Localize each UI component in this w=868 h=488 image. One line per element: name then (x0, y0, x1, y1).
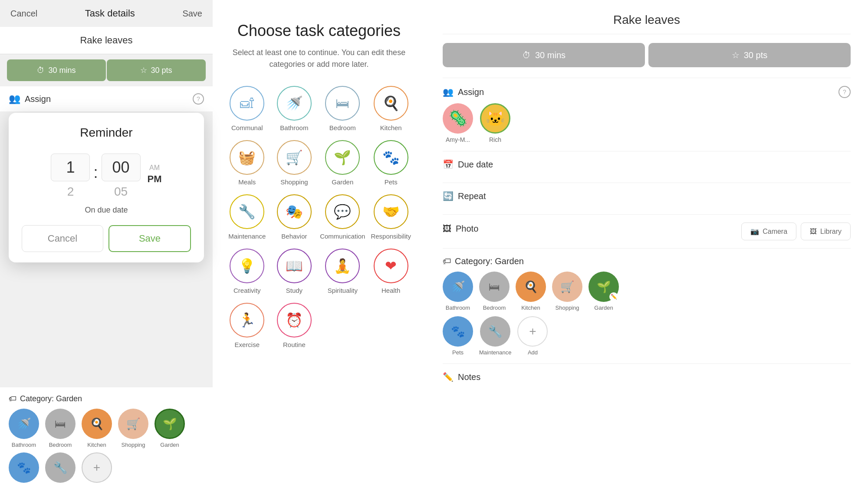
hour-current[interactable]: 1 (51, 154, 90, 181)
cat-garden[interactable]: 🌱 Garden (155, 409, 185, 448)
category-maintenance[interactable]: 🔧 Maintenance (226, 194, 269, 240)
right-time-button[interactable]: ⏱ 30 mins (443, 43, 645, 67)
cat-kitchen[interactable]: 🍳 Kitchen (82, 409, 112, 448)
right-bedroom-icon: 🛏 (479, 272, 510, 302)
category-spirituality[interactable]: 🧘 Spirituality (320, 249, 365, 294)
category-creativity[interactable]: 💡 Creativity (226, 249, 269, 294)
right-cat-pets[interactable]: 🐾 Pets (443, 316, 473, 356)
shopping-circle: 🛒 (277, 140, 312, 175)
cancel-button[interactable]: Cancel (10, 9, 37, 19)
category-behavior[interactable]: 🎭 Behavior (273, 194, 316, 240)
time-button[interactable]: ⏱ 30 mins (7, 59, 106, 81)
kitchen-circle: 🍳 (374, 86, 408, 121)
avatar-rich[interactable]: 🐱 Rich (480, 103, 510, 143)
category-communication[interactable]: 💬 Communication (320, 194, 365, 240)
tag-icon: 🏷 (443, 256, 451, 266)
reminder-cancel-button[interactable]: Cancel (22, 225, 103, 252)
category-kitchen[interactable]: 🍳 Kitchen (369, 86, 412, 131)
cat-pets[interactable]: 🐾 (9, 452, 39, 483)
assign-section: 👥 Assign ? 🦠 Amy-M... 🐱 Rich (443, 78, 851, 151)
avatars-row: 🦠 Amy-M... 🐱 Rich (443, 103, 851, 143)
camera-button[interactable]: 📷 Camera (741, 223, 796, 240)
right-cat-kitchen[interactable]: 🍳 Kitchen (516, 272, 546, 311)
pencil-icon: ✏️ (443, 372, 454, 382)
category-meals[interactable]: 🧺 Meals (226, 140, 269, 186)
category-row: 🏷 Category: Garden 🚿 Bathroom 🛏 Bedroom … (0, 387, 213, 488)
right-cat-bathroom[interactable]: 🚿 Bathroom (443, 272, 473, 311)
avatar-amy[interactable]: 🦠 Amy-M... (443, 103, 473, 143)
on-due-date-label: On due date (22, 206, 191, 215)
amy-name: Amy-M... (446, 136, 470, 143)
minute-current[interactable]: 00 (102, 154, 141, 181)
clock-icon: ⏱ (522, 50, 531, 60)
assign-label: Assign (25, 94, 51, 104)
notes-label: Notes (458, 372, 480, 382)
right-cat-shopping[interactable]: 🛒 Shopping (552, 272, 582, 311)
assign-section-icon: 👥 (443, 87, 454, 97)
right-cat-garden-selected[interactable]: 🌱 ✏️ Garden (589, 272, 619, 311)
save-button[interactable]: Save (182, 9, 202, 19)
edit-badge: ✏️ (609, 292, 618, 301)
right-cat-maintenance[interactable]: 🔧 Maintenance (479, 316, 511, 356)
category-pets[interactable]: 🐾 Pets (369, 140, 412, 186)
category-health[interactable]: ❤ Health (369, 249, 412, 294)
right-pts-button[interactable]: ☆ 30 pts (648, 43, 851, 67)
help-icon[interactable]: ? (193, 93, 204, 105)
right-cat-add[interactable]: + Add (517, 316, 548, 356)
time-picker: 1 2 : 00 05 AM PM (22, 150, 191, 199)
due-date-label[interactable]: 📅 Due date (443, 159, 851, 170)
garden-icon: 🌱 (155, 409, 185, 439)
category-icons: 🚿 Bathroom 🛏 Bedroom 🍳 Kitchen 🛒 Shoppin… (9, 409, 204, 448)
category-communal[interactable]: 🛋 Communal (226, 86, 269, 131)
category-routine[interactable]: ⏰ Routine (273, 303, 316, 348)
category-label: 🏷 Category: Garden (9, 394, 204, 403)
category-responsibility[interactable]: 🤝 Responsibility (369, 194, 412, 240)
right-cat-bedroom[interactable]: 🛏 Bedroom (479, 272, 510, 311)
cat-shopping[interactable]: 🛒 Shopping (118, 409, 148, 448)
right-add-icon: + (517, 316, 548, 347)
category-bathroom[interactable]: 🚿 Bathroom (273, 86, 316, 131)
pets-icon: 🐾 (9, 452, 39, 483)
assign-help-button[interactable]: ? (838, 86, 851, 98)
communication-circle: 💬 (325, 194, 360, 229)
maintenance-icon: 🔧 (45, 452, 76, 483)
choose-description: Select at least one to continue. You can… (226, 47, 412, 70)
cat-bedroom[interactable]: 🛏 Bedroom (45, 409, 76, 448)
category-shopping[interactable]: 🛒 Shopping (273, 140, 316, 186)
category-study[interactable]: 📖 Study (273, 249, 316, 294)
right-kitchen-icon: 🍳 (516, 272, 546, 302)
am-option[interactable]: AM (149, 164, 160, 172)
creativity-circle: 💡 (230, 249, 264, 283)
rich-avatar: 🐱 (480, 103, 510, 134)
repeat-label[interactable]: 🔄 Repeat (443, 191, 851, 201)
cat-maintenance[interactable]: 🔧 (45, 452, 76, 483)
category-garden[interactable]: 🌱 Garden (320, 140, 365, 186)
behavior-circle: 🎭 (277, 194, 312, 229)
library-icon: 🖼 (810, 228, 817, 236)
reminder-modal: Reminder 1 2 : 00 05 AM PM On due date C… (9, 113, 204, 262)
cat-bathroom[interactable]: 🚿 Bathroom (9, 409, 39, 448)
library-button[interactable]: 🖼 Library (801, 223, 851, 240)
reminder-save-button[interactable]: Save (108, 225, 191, 252)
garden-circle: 🌱 (325, 140, 360, 175)
calendar-icon: 📅 (443, 159, 454, 170)
pts-button[interactable]: ☆ 30 pts (107, 59, 206, 81)
bedroom-circle: 🛏 (325, 86, 360, 121)
category-icons-row2: 🐾 🔧 + (9, 452, 204, 483)
category-bedroom[interactable]: 🛏 Bedroom (320, 86, 365, 131)
time-label: 30 mins (48, 66, 76, 75)
right-maintenance-icon: 🔧 (480, 316, 510, 347)
bedroom-icon: 🛏 (45, 409, 76, 439)
camera-icon: 📷 (750, 227, 759, 236)
middle-panel: Choose task categories Select at least o… (213, 0, 425, 488)
right-cat-icons-row2: 🐾 Pets 🔧 Maintenance + Add (443, 316, 851, 356)
reminder-buttons: Cancel Save (22, 225, 191, 252)
left-header: Cancel Task details Save (0, 0, 213, 27)
cat-add[interactable]: + (82, 452, 112, 483)
photo-row: 🖼 Photo 📷 Camera 🖼 Library (443, 223, 851, 240)
pm-option[interactable]: PM (148, 174, 162, 185)
time-pts-row: ⏱ 30 mins ☆ 30 pts (0, 54, 213, 86)
task-name: Rake leaves (0, 27, 213, 54)
category-exercise[interactable]: 🏃 Exercise (226, 303, 269, 348)
assign-section-label: 👥 Assign ? (443, 86, 851, 98)
